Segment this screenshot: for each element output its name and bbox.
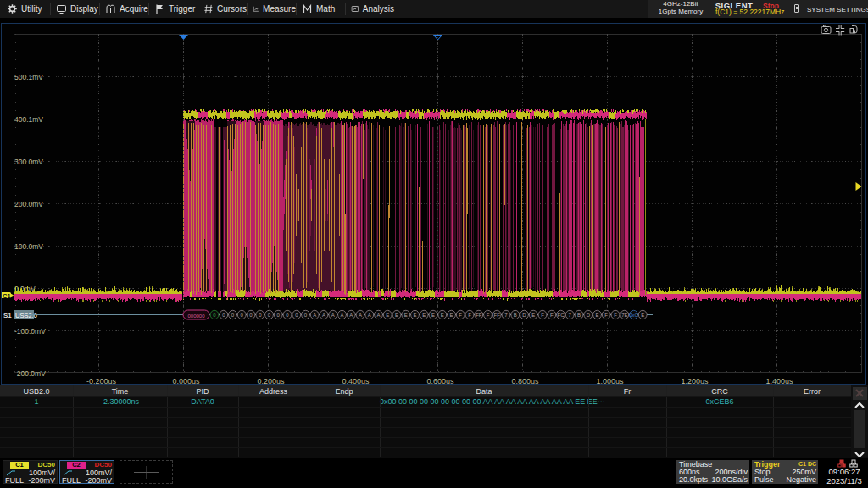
svg-text:F: F xyxy=(541,313,544,318)
svg-text:F: F xyxy=(614,313,617,318)
svg-text:300.0mV: 300.0mV xyxy=(14,158,43,166)
svg-text:1.200us: 1.200us xyxy=(681,377,709,385)
svg-text:F: F xyxy=(459,313,462,318)
svg-text:A: A xyxy=(376,313,380,318)
svg-text:A: A xyxy=(368,313,371,318)
svg-text:0.000us: 0.000us xyxy=(172,377,200,385)
svg-text:F: F xyxy=(604,313,608,318)
svg-text:0.200us: 0.200us xyxy=(257,377,285,385)
svg-text:E: E xyxy=(531,313,535,318)
svg-text:E: E xyxy=(449,313,453,318)
svg-text:F: F xyxy=(550,313,554,318)
svg-text:E: E xyxy=(431,313,435,318)
svg-text:000000: 000000 xyxy=(187,313,205,319)
svg-text:S1: S1 xyxy=(3,312,12,319)
svg-text:A: A xyxy=(349,313,353,318)
svg-text:A: A xyxy=(322,313,326,318)
svg-text:0.600us: 0.600us xyxy=(426,377,454,385)
svg-text:FF: FF xyxy=(476,313,482,318)
svg-text:7E: 7E xyxy=(621,313,627,318)
svg-text:0xC: 0xC xyxy=(629,313,638,318)
svg-text:0.400us: 0.400us xyxy=(342,377,370,385)
svg-text:E: E xyxy=(386,313,389,318)
svg-text:-200.0mV: -200.0mV xyxy=(14,369,46,378)
svg-text:A: A xyxy=(359,313,362,318)
svg-text:-100.0mV: -100.0mV xyxy=(14,327,46,336)
svg-text:1.000us: 1.000us xyxy=(596,377,624,385)
svg-text:200.0mV: 200.0mV xyxy=(14,200,43,208)
svg-text:E: E xyxy=(422,313,426,318)
svg-text:E: E xyxy=(641,313,644,318)
svg-text:A: A xyxy=(313,313,316,318)
svg-text:A: A xyxy=(340,313,343,318)
svg-text:F: F xyxy=(468,313,471,318)
svg-text:E: E xyxy=(413,313,416,318)
svg-text:0.800us: 0.800us xyxy=(511,377,539,385)
svg-text:C1: C1 xyxy=(3,292,11,300)
svg-text:E: E xyxy=(441,313,444,318)
svg-text:1.400us: 1.400us xyxy=(765,377,793,385)
svg-text:D: D xyxy=(587,313,591,318)
svg-text:E: E xyxy=(595,313,598,318)
svg-text:E: E xyxy=(404,313,408,318)
svg-text:B: B xyxy=(577,313,581,318)
svg-text:D: D xyxy=(522,313,526,318)
svg-text:A: A xyxy=(331,313,335,318)
svg-text:FC: FC xyxy=(558,313,565,318)
svg-text:-0.200us: -0.200us xyxy=(86,377,117,385)
svg-text:400.1mV: 400.1mV xyxy=(14,115,43,124)
svg-text:E: E xyxy=(395,313,398,318)
svg-text:FF: FF xyxy=(494,313,501,318)
svg-text:F: F xyxy=(487,313,490,318)
svg-text:B: B xyxy=(514,313,517,318)
svg-text:100.0mV: 100.0mV xyxy=(14,242,43,251)
svg-text:500.1mV: 500.1mV xyxy=(14,73,43,81)
